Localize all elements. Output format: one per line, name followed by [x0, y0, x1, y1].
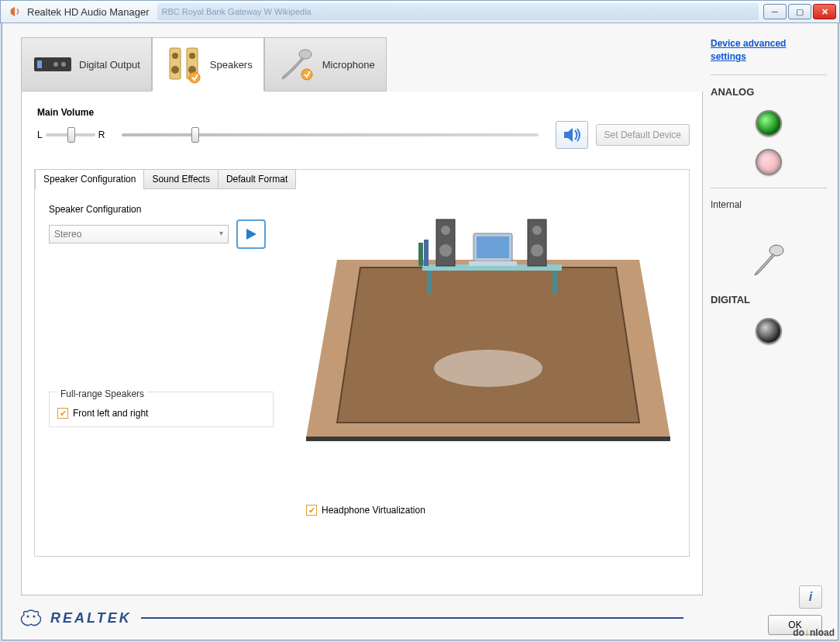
- info-button[interactable]: i: [799, 585, 822, 609]
- svg-point-7: [189, 53, 195, 59]
- divider: [711, 188, 827, 188]
- content-panel: Main Volume L R Set Default Device Speak…: [21, 91, 703, 595]
- client-area: Digital Output Speakers Microphone Main …: [2, 23, 838, 640]
- mute-button[interactable]: [556, 121, 588, 149]
- svg-point-10: [189, 72, 200, 83]
- svg-rect-30: [418, 243, 423, 266]
- sound-icon: [562, 126, 582, 143]
- checkbox-front-lr-label: Front left and right: [73, 408, 148, 419]
- set-default-device-button[interactable]: Set Default Device: [596, 124, 690, 146]
- jack-green[interactable]: [756, 110, 782, 136]
- tab-sound-effects[interactable]: Sound Effects: [143, 169, 219, 189]
- svg-point-8: [171, 66, 179, 74]
- footer-divider: [141, 617, 683, 619]
- config-panel: Speaker Configuration Sound Effects Defa…: [34, 169, 690, 557]
- digital-label: DIGITAL: [711, 294, 827, 305]
- window-title: Realtek HD Audio Manager: [27, 6, 150, 18]
- divider: [711, 74, 827, 75]
- svg-point-32: [769, 245, 783, 256]
- svg-point-2: [61, 62, 66, 67]
- volume-slider[interactable]: [122, 133, 538, 136]
- checkbox-front-lr[interactable]: [57, 408, 68, 419]
- svg-point-33: [27, 616, 29, 618]
- jack-digital[interactable]: [756, 318, 782, 344]
- svg-rect-23: [469, 261, 517, 266]
- brand-text: REALTEK: [50, 610, 132, 626]
- footer-logo: REALTEK: [18, 607, 683, 629]
- headphone-virtualization-label: Headphone Virtualization: [322, 505, 425, 516]
- tab-label: Speakers: [210, 59, 253, 71]
- device-tabs: Digital Output Speakers Microphone: [21, 37, 703, 91]
- device-advanced-settings-link[interactable]: Device advancedsettings: [711, 37, 827, 64]
- svg-rect-31: [424, 240, 429, 266]
- svg-point-34: [33, 616, 36, 618]
- room-visualization: [306, 198, 670, 461]
- microphone-icon: [276, 47, 316, 82]
- svg-point-11: [299, 50, 312, 59]
- svg-point-29: [531, 244, 543, 257]
- tab-label: Digital Output: [79, 59, 140, 71]
- internal-label: Internal: [711, 199, 827, 210]
- analog-label: ANALOG: [711, 86, 827, 98]
- speakers-icon: [164, 47, 204, 82]
- digital-output-icon: [33, 47, 73, 82]
- realtek-crab-icon: [18, 607, 44, 629]
- main-volume-label: Main Volume: [37, 107, 690, 118]
- tab-speakers[interactable]: Speakers: [152, 37, 264, 91]
- fullrange-header: Full-range Speakers: [57, 388, 147, 399]
- svg-point-12: [301, 69, 312, 80]
- tab-digital-output[interactable]: Digital Output: [21, 37, 152, 91]
- svg-rect-1: [37, 60, 42, 68]
- tab-default-format[interactable]: Default Format: [218, 169, 296, 189]
- tab-speaker-configuration[interactable]: Speaker Configuration: [35, 169, 144, 189]
- balance-control: L R: [37, 129, 105, 140]
- balance-slider[interactable]: [46, 133, 95, 136]
- titlebar: Realtek HD Audio Manager RBC Royal Bank …: [0, 0, 840, 23]
- balance-right-label: R: [98, 129, 105, 140]
- svg-rect-22: [477, 236, 509, 258]
- fullrange-speakers-group: Full-range Speakers Front left and right: [49, 392, 274, 427]
- svg-point-6: [172, 53, 178, 59]
- svg-rect-16: [306, 437, 670, 441]
- checkbox-headphone-virtualization[interactable]: [306, 505, 317, 516]
- watermark: do↓nload: [793, 626, 835, 638]
- test-play-button[interactable]: [236, 219, 266, 249]
- svg-marker-14: [337, 268, 639, 423]
- svg-point-3: [53, 62, 58, 67]
- app-icon: [9, 5, 22, 19]
- svg-point-28: [532, 226, 542, 235]
- maximize-button[interactable]: ▢: [788, 4, 811, 19]
- tab-label: Microphone: [322, 59, 375, 71]
- play-icon: [244, 227, 258, 241]
- tab-microphone[interactable]: Microphone: [264, 37, 387, 91]
- svg-rect-20: [553, 271, 557, 294]
- jack-pink[interactable]: [756, 149, 782, 175]
- speaker-config-label: Speaker Configuration: [49, 204, 266, 215]
- browser-tabs-background: RBC Royal Bank Gateway W Wikipedia: [157, 3, 759, 20]
- svg-point-26: [439, 244, 452, 257]
- svg-point-17: [434, 350, 542, 387]
- balance-left-label: L: [37, 129, 43, 140]
- internal-mic-icon: [750, 241, 787, 278]
- svg-point-25: [441, 226, 450, 235]
- minimize-button[interactable]: ─: [763, 4, 787, 19]
- sidebar: Device advancedsettings ANALOG Internal …: [711, 37, 827, 580]
- svg-rect-19: [427, 271, 432, 294]
- speaker-config-select[interactable]: Stereo: [49, 225, 229, 243]
- close-button[interactable]: ✕: [813, 4, 836, 19]
